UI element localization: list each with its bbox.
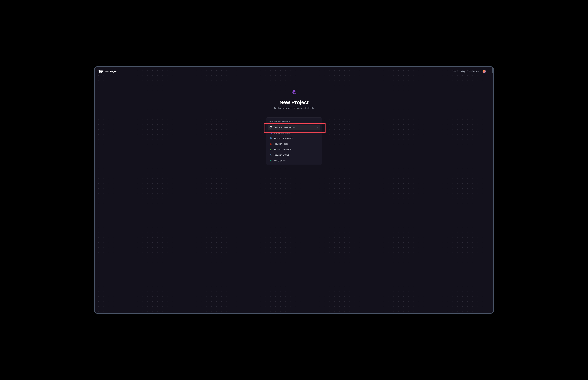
nav-help[interactable]: Help [461,70,466,73]
svg-rect-2 [292,93,294,94]
nav-docs[interactable]: Docs [453,70,458,73]
github-icon [269,126,272,129]
mysql-icon [269,154,272,156]
option-github[interactable]: Deploy from GitHub repo [268,125,320,130]
page-title: New Project [279,99,308,105]
avatar-icon [483,70,486,73]
chevron-right-icon [317,126,319,129]
template-icon [269,132,272,134]
page-subtitle: Deploy your app to production effortless… [274,107,314,109]
option-label: Provision Redis [274,143,319,145]
option-label: Empty project [274,159,319,162]
options-panel: What can we help with? Deploy from GitHu… [266,117,322,165]
app-logo-icon[interactable] [99,70,103,73]
chevron-down-icon [487,70,489,73]
svg-rect-0 [292,90,294,92]
option-redis[interactable]: Provision Redis [268,141,320,147]
main-content: New Project Deploy your app to productio… [95,76,493,165]
empty-project-icon [269,159,272,162]
option-mongodb[interactable]: Provision MongoDB [268,147,320,152]
option-label: Deploy a template [274,132,315,134]
svg-rect-8 [270,160,272,161]
chevron-right-icon [317,132,319,134]
header-left: New Project [99,70,117,73]
option-mysql[interactable]: Provision MySQL [268,152,320,158]
nav-dashboard[interactable]: Dashboard [469,70,479,73]
header-right: Docs Help Dashboard [453,70,489,73]
option-label: Deploy from GitHub repo [274,126,315,128]
user-menu[interactable] [483,70,489,73]
svg-point-6 [271,138,271,138]
option-postgresql[interactable]: Provision PostgreSQL [268,136,320,141]
panel-prompt: What can we help with? [268,120,320,125]
header-bar: New Project Docs Help Dashboard [95,67,493,76]
option-empty-project[interactable]: Empty project [268,158,320,163]
option-label: Provision PostgreSQL [274,137,319,139]
app-window: New Project Docs Help Dashboard New [94,66,494,314]
option-label: Provision MongoDB [274,148,319,151]
svg-point-5 [270,138,271,138]
postgresql-icon [269,137,272,140]
mongodb-icon [269,148,272,151]
breadcrumb-title: New Project [105,70,117,73]
new-project-grid-icon [292,90,296,95]
redis-icon [269,143,272,145]
option-list: Deploy from GitHub repoDeploy a template… [268,125,320,163]
option-template[interactable]: Deploy a template [268,130,320,135]
svg-rect-1 [294,90,296,92]
option-label: Provision MySQL [274,154,319,156]
